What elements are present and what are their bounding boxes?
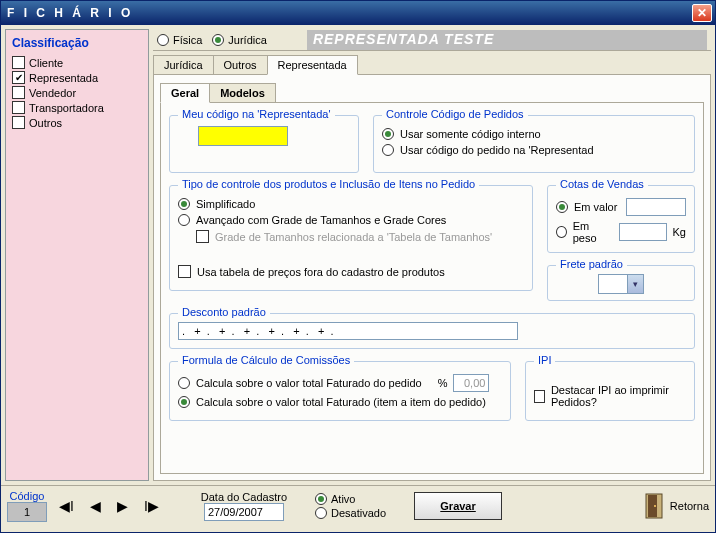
titlebar: F I C H Á R I O ✕	[1, 1, 715, 25]
retorna-label: Retorna	[670, 500, 709, 512]
radio-text: Desativado	[331, 507, 386, 519]
checkbox-icon[interactable]	[534, 390, 545, 403]
radio-icon[interactable]	[315, 507, 327, 519]
subtab-geral[interactable]: Geral	[160, 83, 210, 103]
radio-text: Calcula sobre o valor total Faturado do …	[196, 377, 422, 389]
sidebar-item-label: Cliente	[29, 57, 63, 69]
radio-text: Jurídica	[228, 34, 267, 46]
sidebar-item-representada[interactable]: ✔ Representada	[12, 71, 142, 84]
cotas-valor-input[interactable]	[626, 198, 686, 216]
represent-banner: REPRESENTADA TESTE	[307, 30, 707, 50]
data-cadastro-label: Data do Cadastro	[201, 491, 287, 503]
radio-icon[interactable]	[315, 493, 327, 505]
radio-icon[interactable]	[556, 226, 567, 238]
subtab-modelos[interactable]: Modelos	[209, 83, 276, 102]
radio-text: Simplificado	[196, 198, 255, 210]
nav-first-icon[interactable]: ◀I	[55, 498, 78, 514]
sidebar-item-cliente[interactable]: Cliente	[12, 56, 142, 69]
sidebar-item-vendedor[interactable]: Vendedor	[12, 86, 142, 99]
main-tabs: Jurídica Outros Representada	[153, 55, 711, 74]
sidebar-item-label: Outros	[29, 117, 62, 129]
codigo-input[interactable]	[7, 502, 47, 522]
group-tipo-controle: Tipo de controle dos produtos e Inclusão…	[169, 185, 533, 291]
radio-text: Em valor	[574, 201, 620, 213]
gravar-button[interactable]: Gravar	[414, 492, 502, 520]
radio-text: Ativo	[331, 493, 355, 505]
sidebar-item-outros[interactable]: Outros	[12, 116, 142, 129]
group-title: Tipo de controle dos produtos e Inclusão…	[178, 178, 479, 190]
checkbox-icon[interactable]: ✔	[12, 71, 25, 84]
tab-representada[interactable]: Representada	[267, 55, 358, 75]
kg-label: Kg	[673, 226, 686, 238]
group-controle-codigo: Controle Código de Pedidos Usar somente …	[373, 115, 695, 173]
checkbox-icon[interactable]	[12, 101, 25, 114]
sidebar-item-label: Transportadora	[29, 102, 104, 114]
radio-icon[interactable]	[178, 214, 190, 226]
close-button[interactable]: ✕	[692, 4, 712, 22]
frete-combo[interactable]: ▾	[598, 274, 644, 294]
radio-text: Usar código do pedido na 'Representad	[400, 144, 594, 156]
group-title: Frete padrão	[556, 258, 627, 270]
footer: Código ◀I ◀ ▶ I▶ Data do Cadastro Ativo …	[1, 485, 715, 525]
group-frete: Frete padrão ▾	[547, 265, 695, 301]
radio-text: Usar somente código interno	[400, 128, 541, 140]
group-title: Desconto padrão	[178, 306, 270, 318]
sidebar-title: Classificação	[12, 36, 142, 50]
group-title: Cotas de Vendas	[556, 178, 648, 190]
checkbox-icon[interactable]	[12, 56, 25, 69]
group-title: Formula de Cálculo de Comissões	[178, 354, 354, 366]
top-row: Física Jurídica REPRESENTADA TESTE	[153, 29, 711, 51]
chevron-down-icon[interactable]: ▾	[627, 275, 643, 293]
retorna-button[interactable]: Retorna	[644, 493, 709, 519]
sidebar: Classificação Cliente ✔ Representada Ven…	[5, 29, 149, 481]
group-comissoes: Formula de Cálculo de Comissões Calcula …	[169, 361, 511, 421]
checkbox-icon[interactable]	[178, 265, 191, 278]
radio-icon[interactable]	[382, 144, 394, 156]
radio-icon[interactable]	[212, 34, 224, 46]
group-title: Meu código na 'Representada'	[178, 108, 335, 120]
radio-icon[interactable]	[178, 396, 190, 408]
radio-text: Em peso	[573, 220, 613, 244]
group-title: IPI	[534, 354, 555, 366]
radio-text: Calcula sobre o valor total Faturado (it…	[196, 396, 486, 408]
radio-icon[interactable]	[556, 201, 568, 213]
chk-text: Destacar IPI ao imprimir Pedidos?	[551, 384, 686, 408]
pct-symbol: %	[438, 377, 448, 389]
radio-text: Avançado com Grade de Tamanhos e Grade C…	[196, 214, 446, 226]
radio-desativado[interactable]: Desativado	[315, 507, 386, 519]
tab-outros[interactable]: Outros	[213, 55, 268, 74]
checkbox-icon	[196, 230, 209, 243]
pct-input	[453, 374, 489, 392]
chk-text: Grade de Tamanhos relacionada a 'Tabela …	[215, 231, 492, 243]
svg-point-2	[654, 505, 656, 507]
nav-last-icon[interactable]: I▶	[140, 498, 163, 514]
nav-next-icon[interactable]: ▶	[113, 498, 132, 514]
radio-juridica[interactable]: Jurídica	[212, 34, 267, 46]
radio-icon[interactable]	[178, 198, 190, 210]
group-ipi: IPI Destacar IPI ao imprimir Pedidos?	[525, 361, 695, 421]
radio-icon[interactable]	[157, 34, 169, 46]
cotas-peso-input[interactable]	[619, 223, 667, 241]
group-cotas: Cotas de Vendas Em valor Em pesoKg	[547, 185, 695, 253]
codigo-label: Código	[10, 490, 45, 502]
checkbox-icon[interactable]	[12, 86, 25, 99]
meu-codigo-input[interactable]	[198, 126, 288, 146]
door-icon	[644, 493, 664, 519]
radio-icon[interactable]	[382, 128, 394, 140]
chk-text: Usa tabela de preços fora do cadastro de…	[197, 266, 445, 278]
tab-juridica[interactable]: Jurídica	[153, 55, 214, 74]
checkbox-icon[interactable]	[12, 116, 25, 129]
sub-tabs: Geral Modelos	[160, 83, 704, 102]
data-cadastro-input[interactable]	[204, 503, 284, 521]
tab-page-representada: Geral Modelos Meu código na 'Representad…	[153, 74, 711, 481]
radio-fisica[interactable]: Física	[157, 34, 202, 46]
app-window: F I C H Á R I O ✕ Classificação Cliente …	[0, 0, 716, 533]
sidebar-item-label: Vendedor	[29, 87, 76, 99]
group-meu-codigo: Meu código na 'Representada'	[169, 115, 359, 173]
radio-icon[interactable]	[178, 377, 190, 389]
group-title: Controle Código de Pedidos	[382, 108, 528, 120]
radio-ativo[interactable]: Ativo	[315, 493, 386, 505]
desconto-input[interactable]	[178, 322, 518, 340]
nav-prev-icon[interactable]: ◀	[86, 498, 105, 514]
sidebar-item-transportadora[interactable]: Transportadora	[12, 101, 142, 114]
